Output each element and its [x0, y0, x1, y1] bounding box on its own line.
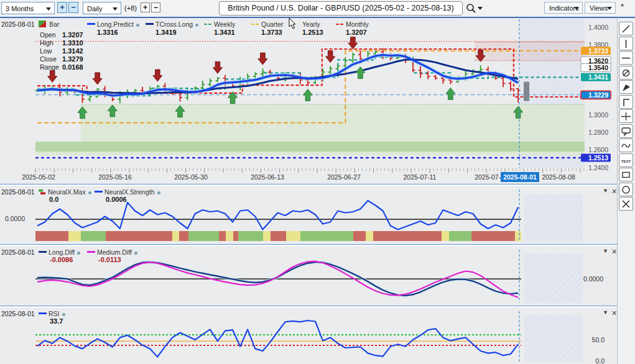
remove-bar-button[interactable]: − — [151, 2, 160, 12]
trading-app: 3 Months + − Daily (+8) + − British Poun… — [0, 0, 635, 364]
svg-text:2025-08-08: 2025-08-08 — [542, 173, 575, 181]
rsi-chart[interactable]: 50.00.0 — [0, 307, 617, 364]
callout-tool[interactable] — [619, 124, 633, 138]
ellipse-icon — [620, 184, 632, 196]
svg-text:1.3431: 1.3431 — [588, 73, 608, 81]
rectangle-tool[interactable] — [619, 168, 633, 181]
callout-icon — [620, 125, 632, 137]
wave-tool[interactable] — [619, 139, 633, 152]
favorite-star[interactable]: * — [621, 2, 624, 11]
horizontal-line-icon — [620, 52, 632, 64]
diff-chart[interactable]: 0.0000 — [0, 246, 617, 306]
rectangle-icon — [620, 169, 632, 181]
search-dropdown-icon[interactable] — [478, 7, 483, 10]
toolbar: 3 Months + − Daily (+8) + − British Poun… — [0, 0, 635, 17]
text-icon: TEXT — [620, 155, 632, 166]
bar-offset-label: (+8) — [124, 4, 137, 12]
views-button[interactable]: Views — [585, 2, 616, 14]
symbol-search-input[interactable]: British Pound / U.S. Dollar - GBP/USD (2… — [219, 1, 463, 16]
svg-text:50.0: 50.0 — [592, 336, 605, 344]
svg-text:1.4000: 1.4000 — [588, 24, 608, 31]
angle-icon — [620, 96, 632, 108]
horizontal-line-tool[interactable] — [619, 51, 633, 65]
flag-tool[interactable] — [619, 80, 633, 94]
close-icon — [620, 198, 632, 210]
close-tool[interactable] — [619, 197, 633, 211]
chevron-down-icon — [574, 7, 579, 10]
rsi-panel: 50.00.0 2025-08-01 RSI 33.7 ▼ ✕ — [0, 307, 617, 364]
indicators-button[interactable]: Indicators — [544, 2, 583, 14]
crosshair-icon — [620, 111, 632, 122]
svg-text:1.3733: 1.3733 — [588, 47, 608, 55]
chevron-down-icon — [46, 7, 51, 11]
drawing-tool-column: TEXT — [617, 18, 635, 364]
neural-panel: 0.0000 2025-08-01 NeuralX.Max 0.0 Neural… — [0, 186, 617, 244]
wave-icon — [620, 140, 632, 152]
svg-text:2025-05-02: 2025-05-02 — [22, 173, 55, 181]
trend-line-icon — [620, 23, 632, 35]
svg-text:1.2400: 1.2400 — [588, 164, 608, 171]
neural-chart[interactable]: 0.0000 — [0, 186, 617, 244]
svg-text:1.3540: 1.3540 — [588, 64, 608, 71]
svg-text:2025-06-27: 2025-06-27 — [327, 173, 361, 181]
diff-panel: 0.0000 2025-08-01 Long.Diff -0.0086 Medi… — [0, 246, 617, 306]
chevron-down-icon — [607, 7, 612, 10]
price-chart[interactable]: 2025-05-022025-05-162025-05-302025-06-13… — [0, 18, 617, 184]
svg-text:2025-05-30: 2025-05-30 — [174, 173, 208, 181]
text-tool[interactable]: TEXT — [619, 153, 633, 167]
svg-text:TEXT: TEXT — [621, 159, 631, 163]
trend-line-tool[interactable] — [619, 22, 633, 35]
svg-text:2025-08-01: 2025-08-01 — [503, 173, 537, 181]
svg-text:1.3620: 1.3620 — [588, 57, 608, 65]
zoom-in-button[interactable]: + — [57, 2, 67, 13]
vertical-line-icon — [620, 38, 632, 50]
flag-icon — [620, 81, 632, 93]
period-select[interactable]: Daily — [83, 2, 121, 14]
vertical-line-tool[interactable] — [619, 37, 633, 50]
svg-text:1.3229: 1.3229 — [588, 91, 608, 99]
svg-text:0.0000: 0.0000 — [583, 275, 603, 283]
svg-text:2025-07-11: 2025-07-11 — [404, 173, 437, 181]
zoom-out-button[interactable]: − — [68, 2, 78, 13]
search-icon[interactable] — [465, 2, 476, 14]
svg-text:1.2513: 1.2513 — [588, 154, 608, 162]
svg-text:1.2800: 1.2800 — [588, 129, 608, 136]
svg-text:2025-06-13: 2025-06-13 — [251, 173, 284, 181]
add-bar-button[interactable]: + — [141, 2, 150, 12]
svg-text:0.0000: 0.0000 — [5, 215, 25, 222]
range-select[interactable]: 3 Months — [1, 2, 55, 14]
svg-text:1.3000: 1.3000 — [588, 111, 608, 119]
no-trend-icon — [620, 67, 632, 79]
svg-text:2025-05-16: 2025-05-16 — [98, 173, 132, 181]
angle-tool[interactable] — [619, 95, 633, 109]
ellipse-tool[interactable] — [619, 183, 633, 196]
chevron-down-icon — [113, 7, 118, 11]
no-trend-tool[interactable] — [619, 66, 633, 80]
svg-text:0.0: 0.0 — [595, 357, 605, 364]
price-chart-panel: 2025-05-022025-05-162025-05-302025-06-13… — [0, 18, 617, 184]
svg-text:1.2600: 1.2600 — [588, 146, 608, 153]
crosshair-tool[interactable] — [619, 109, 633, 123]
